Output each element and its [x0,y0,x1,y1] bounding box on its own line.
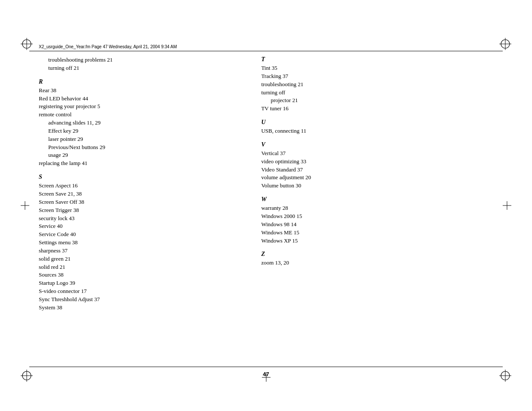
reg-mark-bottom-right [499,370,511,382]
section-u: U USB, connecting 11 [261,119,493,135]
entry-service: Service 40 [39,222,248,230]
reg-mark-bottom-left [21,370,33,382]
entry-screen-save: Screen Save 21, 38 [39,190,248,198]
entry-remote-control: remote control [39,111,248,119]
letter-v: V [261,141,493,148]
entry-solid-red: solid red 21 [39,263,248,271]
letter-z: Z [261,251,493,258]
entry-screen-saver-off: Screen Saver Off 38 [39,198,248,206]
entry-sources: Sources 38 [39,271,248,279]
entry-tracking: Tracking 37 [261,72,493,81]
entry-troubleshooting-problems: troubleshooting problems 21 [39,56,248,64]
header-rule [29,51,503,51]
letter-w: W [261,196,493,203]
entry-security-lock: security lock 43 [39,215,248,223]
entry-usb: USB, connecting 11 [261,127,493,135]
section-continuation: troubleshooting problems 21 turning off … [39,56,248,72]
entry-effect-key: Effect key 29 [39,127,248,135]
entry-sharpness: sharpness 37 [39,247,248,255]
section-t: T Tint 35 Tracking 37 troubleshooting 21… [261,56,493,113]
section-v: V Vertical 37 video optimizing 33 Video … [261,141,493,190]
entry-turning-off-t: turning off [261,89,493,97]
entry-vertical: Vertical 37 [261,149,493,158]
page: X2_usrguide_One_Year.fm Page 47 Wednesda… [0,0,532,411]
entry-tint: Tint 35 [261,64,493,72]
letter-t: T [261,56,493,63]
entry-volume-adjustment: volume adjustment 20 [261,174,493,182]
crosshair-bottom [262,373,271,382]
entry-screen-aspect: Screen Aspect 16 [39,182,248,190]
crosshair-left [21,201,29,210]
reg-mark-top-left [21,38,33,50]
entry-windows-2000: Windows 2000 15 [261,212,493,221]
entry-prev-next: Previous/Next buttons 29 [39,143,248,152]
entry-sync-threshold: Sync Threshhold Adjust 37 [39,296,248,304]
entry-laser-pointer: laser pointer 29 [39,135,248,143]
entry-service-code: Service Code 40 [39,230,248,239]
entry-svideo: S-video connector 17 [39,287,248,296]
entry-solid-green: solid green 21 [39,255,248,263]
entry-startup-logo: Startup Logo 39 [39,279,248,287]
entry-replacing-lamp: replacing the lamp 41 [39,159,248,168]
entry-system: System 38 [39,304,248,312]
section-s: S Screen Aspect 16 Screen Save 21, 38 Sc… [39,174,248,312]
entry-troubleshooting: troubleshooting 21 [261,81,493,89]
letter-s: S [39,174,248,181]
entry-settings-menu: Settings menu 38 [39,239,248,247]
entry-windows-98: Windows 98 14 [261,221,493,229]
entry-projector-off: projector 21 [261,97,493,105]
crosshair-right [503,201,511,210]
right-column: T Tint 35 Tracking 37 troubleshooting 21… [257,56,493,364]
reg-mark-top-right [499,38,511,50]
entry-turning-off: turning off 21 [39,64,248,72]
section-z: Z zoom 13, 20 [261,251,493,267]
entry-windows-xp: Windows XP 15 [261,237,493,245]
entry-windows-me: Windows ME 15 [261,229,493,237]
entry-tv-tuner: TV tuner 16 [261,105,493,113]
entry-screen-trigger: Screen Trigger 38 [39,206,248,215]
entry-registering: registering your projector 5 [39,103,248,111]
letter-u: U [261,119,493,126]
entry-zoom: zoom 13, 20 [261,259,493,267]
section-w: W warranty 28 Windows 2000 15 Windows 98… [261,196,493,245]
entry-video-standard: Video Standard 37 [261,166,493,174]
footer-rule [29,367,503,367]
content-area: troubleshooting problems 21 turning off … [39,56,493,364]
section-r: R Rear 38 Red LED behavior 44 registerin… [39,78,248,168]
header-text: X2_usrguide_One_Year.fm Page 47 Wednesda… [39,44,177,49]
entry-video-optimizing: video optimizing 33 [261,158,493,166]
entry-advancing-slides: advancing slides 11, 29 [39,119,248,127]
entry-red-led: Red LED behavior 44 [39,95,248,103]
left-column: troubleshooting problems 21 turning off … [39,56,257,364]
entry-volume-button: Volume button 30 [261,182,493,190]
entry-rear: Rear 38 [39,87,248,95]
letter-r: R [39,78,248,85]
entry-warranty: warranty 28 [261,204,493,212]
entry-usage: usage 29 [39,151,248,159]
